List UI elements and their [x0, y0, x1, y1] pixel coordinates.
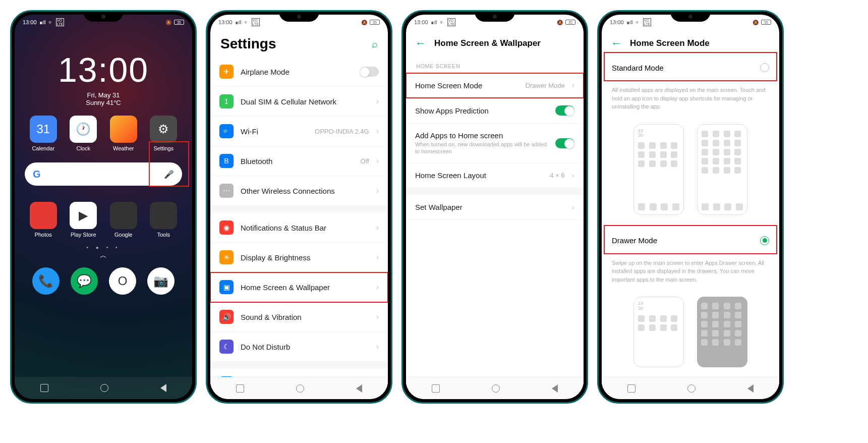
settings-row-other[interactable]: ⋯Other Wireless Connections› [210, 176, 388, 206]
row-label: Set Wallpaper [415, 203, 565, 211]
row-value: 4 × 6 [550, 172, 564, 179]
drawer-swipe-icon[interactable]: ︿ [15, 251, 192, 260]
radio-selected-icon [760, 236, 769, 245]
volte-icon: VOLTE [56, 18, 64, 26]
dnd-icon: ☾ [219, 340, 234, 354]
hswall-list: Home Screen ModeDrawer Mode›Show Apps Pr… [406, 73, 584, 220]
app-google[interactable]: Google [105, 202, 142, 238]
messages-icon: 💬 [71, 267, 98, 295]
radio-unselected-icon [760, 63, 769, 72]
sound-icon: 🔊 [219, 310, 234, 324]
dock: 📞💬O📷 [15, 260, 192, 302]
bt-icon: B [219, 154, 234, 168]
row-label: Airplane Mode [241, 68, 353, 76]
settings-icon: ⚙ [150, 116, 177, 143]
nav-back[interactable] [160, 384, 166, 392]
phone-mode: 13:00 ∎ıll ᯤ VOLTE 🔕 35 ← Home Screen Mo… [597, 10, 784, 404]
nav-back[interactable] [552, 384, 558, 393]
drawer-mode-desc: Swipe up on the main screen to enter App… [602, 254, 779, 292]
settings-row-dnd[interactable]: ☾Do Not Disturb› [210, 332, 388, 362]
navbar [15, 377, 192, 399]
standard-mode-option[interactable]: Standard Mode [602, 54, 779, 81]
navbar [406, 377, 584, 399]
app-photos[interactable]: Photos [25, 202, 62, 238]
volte-icon: VOLTE [252, 18, 260, 26]
toggle[interactable] [360, 67, 379, 77]
nav-recents[interactable] [627, 384, 635, 393]
notch [279, 12, 319, 22]
nav-back[interactable] [747, 384, 754, 393]
app-label: Photos [35, 232, 52, 238]
app-label: Clock [76, 145, 90, 151]
app-playstore[interactable]: ▶Play Store [65, 202, 102, 238]
row-value: OPPO-INDIA 2.4G [315, 128, 369, 135]
search-icon[interactable]: ⌕ [372, 38, 378, 50]
drawer-preview: 1930 [602, 292, 779, 379]
nav-home[interactable] [492, 384, 500, 393]
settings-row-notif[interactable]: ◉Notifications & Status Bar› [210, 213, 388, 243]
signal-icon: ∎ıll [235, 20, 242, 25]
app-phone[interactable]: 📞 [32, 267, 60, 295]
nav-recents[interactable] [432, 384, 440, 393]
app-tools[interactable]: Tools [145, 202, 183, 238]
app-settings[interactable]: ⚙Settings [145, 116, 183, 151]
settings-row-display[interactable]: ☀Display & Brightness› [210, 243, 388, 272]
wifi-icon: ᯤ [219, 124, 234, 138]
app-clock[interactable]: 🕐Clock [65, 116, 102, 151]
preview-phone [697, 124, 747, 215]
app-label: Calendar [32, 145, 54, 151]
row-label: Dual SIM & Cellular Network [241, 97, 369, 106]
row-label: Bluetooth [241, 157, 354, 165]
status-time: 13:00 [23, 19, 37, 25]
nav-home[interactable] [100, 384, 108, 392]
toggle[interactable] [555, 138, 574, 148]
weather-icon [110, 116, 137, 143]
chevron-right-icon: › [376, 312, 379, 321]
nav-recents[interactable] [40, 384, 48, 392]
preview-time: 1930 [638, 129, 679, 139]
wifi-icon: ᯤ [244, 20, 249, 25]
app-calendar[interactable]: 31Calendar [25, 116, 62, 151]
settings-row-dualsim[interactable]: 1Dual SIM & Cellular Network› [210, 87, 388, 117]
page-title: Home Screen Mode [630, 38, 710, 48]
settings-row-homewall[interactable]: ▣Home Screen & Wallpaper› [210, 272, 388, 302]
nav-home[interactable] [296, 384, 304, 393]
chevron-right-icon: › [376, 156, 379, 165]
settings-row-sound[interactable]: 🔊Sound & Vibration› [210, 302, 388, 332]
drawer-mode-option[interactable]: Drawer Mode [602, 227, 779, 254]
tools-icon [150, 202, 177, 229]
app-weather[interactable]: Weather [105, 116, 142, 151]
hswall-row-mode[interactable]: Home Screen ModeDrawer Mode› [406, 73, 584, 98]
back-icon[interactable]: ← [415, 37, 426, 50]
back-icon[interactable]: ← [611, 37, 622, 50]
hswall-row-layout[interactable]: Home Screen Layout4 × 6› [406, 163, 584, 188]
mic-icon[interactable]: 🎤 [164, 170, 174, 179]
google-icon [110, 202, 137, 229]
app-row-1: 31Calendar🕐ClockWeather⚙Settings [15, 106, 192, 155]
row-label: Other Wireless Connections [241, 187, 369, 195]
app-label: Settings [153, 145, 173, 151]
navbar [210, 377, 388, 399]
hswall-row-addapps[interactable]: Add Apps to Home screenWhen turned on, n… [406, 124, 584, 163]
chevron-right-icon: › [376, 97, 379, 106]
app-label: Google [114, 232, 132, 238]
hswall-row-wallpaper[interactable]: Set Wallpaper› [406, 195, 584, 220]
app-camera[interactable]: 📷 [147, 267, 175, 295]
home-screen: 13:00 ∎ıll ᯤ VOLTE 🔕 35 13:00 Fri, May 3… [15, 15, 192, 399]
app-opera[interactable]: O [109, 267, 136, 295]
nav-back[interactable] [356, 384, 362, 393]
nav-home[interactable] [687, 384, 696, 393]
app-messages[interactable]: 💬 [71, 267, 98, 295]
volte-icon: VOLTE [643, 18, 651, 26]
toggle[interactable] [555, 105, 574, 116]
hswall-screen: 13:00 ∎ıll ᯤ VOLTE 🔕 35 ← Home Screen & … [406, 15, 584, 399]
status-time: 13:00 [610, 19, 624, 25]
row-label: Do Not Disturb [241, 343, 369, 351]
settings-row-airplane[interactable]: ✈Airplane Mode [210, 57, 388, 87]
google-search-bar[interactable]: G 🎤 [25, 162, 182, 186]
settings-row-bt[interactable]: BBluetoothOff› [210, 146, 388, 176]
settings-row-wifi[interactable]: ᯤWi-FiOPPO-INDIA 2.4G› [210, 117, 388, 146]
hswall-row-predict[interactable]: Show Apps Prediction [406, 98, 584, 124]
nav-recents[interactable] [236, 384, 244, 393]
mute-icon: 🔕 [165, 20, 171, 25]
